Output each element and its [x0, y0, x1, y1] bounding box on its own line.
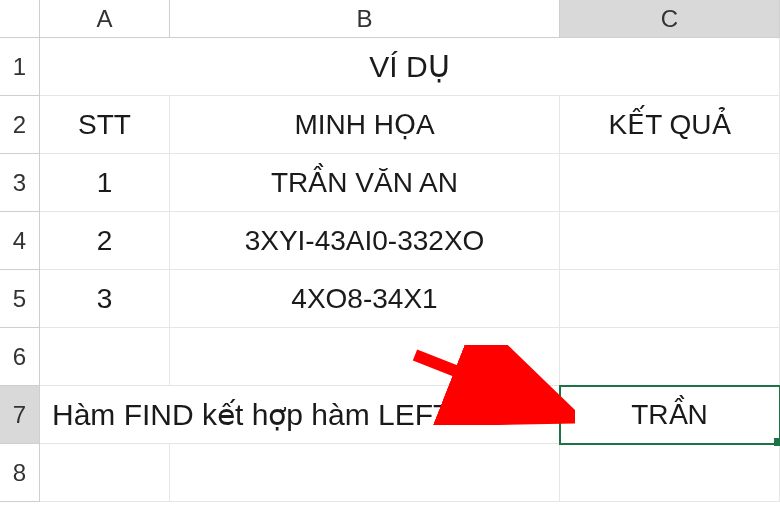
spreadsheet: A B C 1 VÍ DỤ 2 STT MINH HỌA KẾT QUẢ 3 1… — [0, 0, 780, 520]
cell-merged-A7B7[interactable]: Hàm FIND kết hợp hàm LEFT — [40, 386, 560, 444]
column-header-A[interactable]: A — [40, 0, 170, 38]
cell-B6[interactable] — [170, 328, 560, 386]
cell-C3[interactable] — [560, 154, 780, 212]
cell-C4[interactable] — [560, 212, 780, 270]
cell-A8[interactable] — [40, 444, 170, 502]
row-8: 8 — [0, 444, 780, 502]
cell-B3[interactable]: TRẦN VĂN AN — [170, 154, 560, 212]
cell-A4[interactable]: 2 — [40, 212, 170, 270]
cell-A2[interactable]: STT — [40, 96, 170, 154]
row-1: 1 VÍ DỤ — [0, 38, 780, 96]
row-4: 4 2 3XYI-43AI0-332XO — [0, 212, 780, 270]
row-7: 7 Hàm FIND kết hợp hàm LEFT TRẦN — [0, 386, 780, 444]
cell-C2[interactable]: KẾT QUẢ — [560, 96, 780, 154]
row-3: 3 1 TRẦN VĂN AN — [0, 154, 780, 212]
cell-A5[interactable]: 3 — [40, 270, 170, 328]
column-header-C[interactable]: C — [560, 0, 780, 38]
cell-A6[interactable] — [40, 328, 170, 386]
row-header-1[interactable]: 1 — [0, 38, 40, 96]
row-header-4[interactable]: 4 — [0, 212, 40, 270]
cell-B4[interactable]: 3XYI-43AI0-332XO — [170, 212, 560, 270]
column-header-row: A B C — [0, 0, 780, 38]
row-2: 2 STT MINH HỌA KẾT QUẢ — [0, 96, 780, 154]
row-header-8[interactable]: 8 — [0, 444, 40, 502]
row-header-5[interactable]: 5 — [0, 270, 40, 328]
row-header-7[interactable]: 7 — [0, 386, 40, 444]
row-header-2[interactable]: 2 — [0, 96, 40, 154]
row-5: 5 3 4XO8-34X1 — [0, 270, 780, 328]
cell-C6[interactable] — [560, 328, 780, 386]
cell-A3[interactable]: 1 — [40, 154, 170, 212]
cell-merged-A1C1[interactable]: VÍ DỤ — [40, 38, 780, 96]
column-header-B[interactable]: B — [170, 0, 560, 38]
select-all-corner[interactable] — [0, 0, 40, 38]
row-header-6[interactable]: 6 — [0, 328, 40, 386]
cell-B2[interactable]: MINH HỌA — [170, 96, 560, 154]
cell-C5[interactable] — [560, 270, 780, 328]
cell-B8[interactable] — [170, 444, 560, 502]
cell-C7[interactable]: TRẦN — [560, 386, 780, 444]
cell-C8[interactable] — [560, 444, 780, 502]
row-header-3[interactable]: 3 — [0, 154, 40, 212]
cell-B5[interactable]: 4XO8-34X1 — [170, 270, 560, 328]
row-6: 6 — [0, 328, 780, 386]
